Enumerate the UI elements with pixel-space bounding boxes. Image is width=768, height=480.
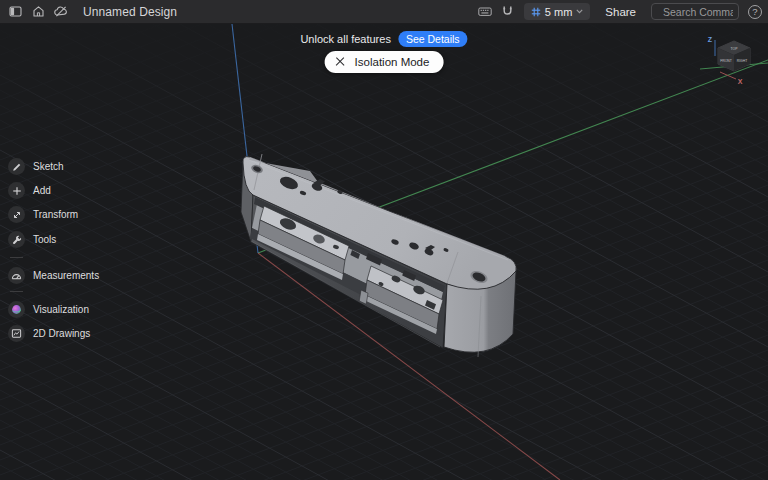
cube-z-label: Z	[708, 36, 713, 43]
share-button[interactable]: Share	[599, 6, 642, 18]
cube-right-face-label[interactable]: RIGHT	[737, 59, 748, 63]
grid-hash-icon	[531, 7, 541, 17]
plus-icon	[12, 186, 22, 196]
sidebar-item-add[interactable]: Add	[8, 182, 51, 199]
sidebar-item-label: Tools	[33, 234, 56, 245]
cube-x-label: X	[738, 78, 743, 85]
toolbar-divider	[10, 291, 23, 292]
grid-size-dropdown[interactable]: 5 mm	[524, 3, 591, 20]
sidebar-item-label: Visualization	[33, 304, 89, 315]
keyboard-icon[interactable]	[478, 5, 492, 19]
command-search[interactable]	[651, 3, 739, 20]
upgrade-banner: Unlock all features See Details	[300, 31, 467, 47]
search-input[interactable]	[663, 6, 733, 18]
sidebar-item-transform[interactable]: Transform	[8, 206, 78, 223]
material-sphere-icon	[11, 304, 22, 315]
move-arrows-icon	[12, 210, 22, 220]
upgrade-banner-text: Unlock all features	[300, 33, 391, 45]
cube-top-face-label[interactable]: TOP	[731, 47, 739, 51]
chevron-down-icon	[576, 9, 583, 14]
top-bar-left: Unnamed Design	[8, 5, 177, 19]
app-window: TOP FRONT RIGHT Z X	[0, 0, 768, 480]
grid-size-value: 5 mm	[545, 6, 573, 18]
pencil-icon	[12, 162, 22, 172]
sidebar-item-label: Transform	[33, 209, 78, 220]
help-button[interactable]: ?	[748, 5, 762, 19]
design-title[interactable]: Unnamed Design	[83, 5, 177, 19]
sidebar-toggle-icon[interactable]	[8, 5, 22, 19]
sidebar-item-tools[interactable]: Tools	[8, 231, 56, 248]
cube-front-face-label[interactable]: FRONT	[720, 59, 732, 63]
top-bar: Unnamed Design	[0, 0, 768, 24]
sidebar-item-sketch[interactable]: Sketch	[8, 158, 64, 175]
gauge-icon	[11, 270, 22, 281]
home-icon[interactable]	[31, 5, 45, 19]
cloud-sync-icon[interactable]	[54, 5, 68, 19]
see-details-button[interactable]: See Details	[398, 31, 468, 47]
top-bar-right: 5 mm Share ?	[478, 3, 762, 20]
toolbar-divider	[10, 257, 23, 258]
sidebar-item-label: 2D Drawings	[33, 328, 90, 339]
snapping-magnet-icon[interactable]	[501, 5, 515, 19]
sidebar-item-visualization[interactable]: Visualization	[8, 301, 89, 318]
wrench-icon	[12, 235, 22, 245]
sidebar-item-measurements[interactable]: Measurements	[8, 267, 99, 284]
3d-model-body[interactable]	[241, 154, 516, 357]
drawing-sheet-icon	[11, 328, 22, 339]
isolation-mode-label: Isolation Mode	[355, 56, 430, 68]
sidebar-item-label: Sketch	[33, 161, 64, 172]
sidebar-item-2d-drawings[interactable]: 2D Drawings	[8, 325, 90, 342]
isolation-mode-chip: Isolation Mode	[325, 51, 444, 73]
sidebar-item-label: Measurements	[33, 270, 99, 281]
close-icon[interactable]	[336, 57, 346, 67]
sidebar-item-label: Add	[33, 185, 51, 196]
